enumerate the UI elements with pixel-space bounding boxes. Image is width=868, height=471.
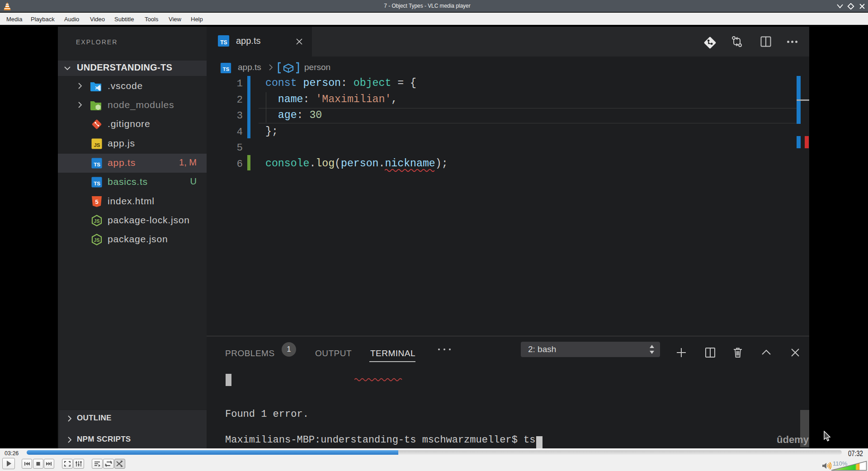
svg-text:TS: TS bbox=[223, 66, 229, 72]
svg-text:TS: TS bbox=[94, 162, 100, 167]
svg-text:JS: JS bbox=[94, 142, 100, 148]
svg-text:TS: TS bbox=[220, 39, 227, 46]
svg-text:JS: JS bbox=[94, 237, 100, 243]
svg-text:5: 5 bbox=[95, 198, 98, 205]
svg-text:TS: TS bbox=[94, 181, 100, 186]
svg-text:JS: JS bbox=[94, 218, 100, 224]
